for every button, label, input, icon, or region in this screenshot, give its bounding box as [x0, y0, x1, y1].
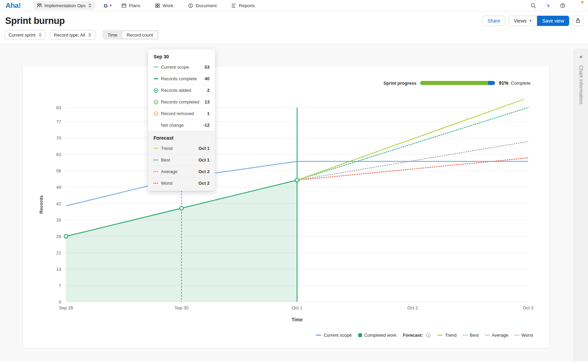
legend-label: Average — [492, 333, 508, 338]
tooltip-row-icon — [153, 100, 161, 104]
tooltip-forecast-section: Forecast TrendOct 1BestOct 1AverageOct 2… — [148, 131, 215, 191]
data-point-marker[interactable] — [64, 235, 68, 238]
legend-label: Worst — [521, 333, 533, 338]
y-tick-label: 70 — [56, 136, 61, 141]
tooltip-row-label: Trend — [161, 146, 198, 151]
series-line-swatch-icon — [153, 67, 158, 68]
ai-sparkles-icon[interactable] — [545, 3, 551, 8]
y-tick-label: 63 — [56, 152, 61, 157]
tooltip-row-icon — [153, 78, 161, 79]
tooltip-row-icon — [153, 111, 161, 116]
chart-information-label: Chart information — [578, 65, 584, 104]
tooltip-forecast-rows: TrendOct 1BestOct 1AverageOct 2WorstOct … — [148, 142, 215, 189]
tooltip-row: Records complete40 — [153, 73, 210, 84]
y-tick-label: 77 — [56, 119, 61, 124]
y-tick-label: 14 — [56, 267, 61, 272]
search-icon[interactable] — [531, 3, 536, 8]
tooltip-row: AverageOct 2 — [153, 166, 210, 177]
chevron-up-down-icon — [38, 32, 42, 37]
data-point-marker[interactable] — [180, 206, 184, 210]
help-icon[interactable] — [560, 3, 565, 8]
aha-logo[interactable]: Aha! — [5, 1, 21, 10]
series-dots-swatch-icon — [515, 335, 516, 336]
tooltip-row-value: Oct 1 — [198, 157, 210, 163]
tooltip-rows: Current scope53Records complete40Records… — [148, 61, 215, 131]
tooltip-row-value: 53 — [205, 65, 210, 70]
data-point-marker[interactable] — [295, 178, 299, 182]
tooltip-row-value: 1 — [207, 111, 210, 116]
series-dots-swatch-icon — [463, 335, 464, 336]
series-line-swatch-icon — [153, 78, 158, 79]
tooltip-row-label: Average — [161, 169, 198, 174]
x-tick-label: Sep 29 — [59, 305, 73, 310]
nav-item-plans[interactable]: Plans — [121, 3, 141, 8]
nav-item-label: Plans — [129, 3, 141, 8]
user-avatar[interactable] — [575, 2, 583, 10]
tooltip-row: Net change-12 — [153, 119, 210, 131]
tooltip-row-icon — [153, 183, 161, 184]
y-tick-label: 35 — [56, 218, 61, 223]
sprint-select-value: Current sprint — [9, 32, 36, 38]
save-view-button[interactable]: Save view — [537, 16, 569, 26]
legend-item-completed-work[interactable]: Completed work — [358, 333, 397, 338]
check-circle-icon — [153, 100, 158, 104]
nav-right — [531, 2, 583, 10]
workspace-switcher[interactable]: Implementation Ops — [33, 1, 96, 10]
views-label: Views — [514, 18, 526, 24]
chevrons-left-icon[interactable]: « — [579, 54, 583, 60]
toggle-option-record-count[interactable]: Record count — [122, 31, 158, 39]
nav-item-label: Document — [196, 3, 217, 8]
page-header: Sprint burnup Share Views▼ Save view — [0, 11, 588, 26]
tooltip-row: TrendOct 1 — [153, 142, 210, 154]
sprint-progress-bar — [420, 81, 495, 85]
export-button[interactable] — [573, 16, 583, 26]
workspace-name: Implementation Ops — [44, 3, 86, 8]
main-content: Sprint progress 91% Complete 07142128354… — [0, 43, 588, 361]
series-dots-swatch-icon — [485, 335, 486, 336]
tooltip-row-value: 2 — [207, 88, 210, 93]
legend-item-average[interactable]: Average — [485, 333, 508, 338]
chart-information-panel[interactable]: « Chart information — [574, 49, 588, 361]
nav-item-document[interactable]: Document — [188, 3, 217, 8]
x-tick-label: Oct 1 — [292, 305, 302, 310]
record-type-select[interactable]: Record type: All — [50, 30, 95, 40]
tooltip-row: Current scope53 — [153, 61, 210, 73]
tooltip-row-icon — [153, 159, 161, 160]
series-line-swatch-icon — [437, 335, 443, 336]
top-nav: Aha! Implementation Ops G ▼ Plans Work D… — [0, 0, 588, 11]
tooltip-row-icon — [153, 148, 161, 149]
legend-item-best[interactable]: Best — [463, 333, 479, 338]
legend-label: Current scope — [324, 333, 352, 338]
product-switcher[interactable]: G ▼ — [104, 3, 112, 9]
legend-item-forecast[interactable]: Forecast: — [403, 333, 431, 338]
legend-label: Best — [470, 333, 479, 338]
series-line-swatch-icon — [316, 335, 321, 336]
legend-item-current-scope[interactable]: Current scope — [316, 333, 352, 338]
x-tick-label: Oct 3 — [523, 305, 533, 310]
tooltip-date: Sep 30 — [148, 50, 215, 61]
legend-item-trend[interactable]: Trend — [437, 333, 456, 338]
sprint-progress-fill — [420, 81, 488, 85]
tooltip-row: WorstOct 2 — [153, 177, 210, 189]
tooltip-row-label: Net change — [161, 123, 203, 128]
chart-tooltip: Sep 30 Current scope53Records complete40… — [148, 50, 215, 191]
product-logo-icon: G — [104, 3, 108, 9]
legend-item-worst[interactable]: Worst — [515, 333, 533, 338]
toggle-option-time[interactable]: Time — [103, 31, 122, 39]
nav-item-work[interactable]: Work — [155, 3, 173, 8]
series-line-swatch-icon — [153, 148, 158, 149]
sprint-select[interactable]: Current sprint — [5, 30, 46, 40]
views-button[interactable]: Views▼ — [509, 16, 537, 26]
tooltip-row-value: Oct 2 — [198, 181, 210, 186]
y-tick-label: 28 — [56, 234, 61, 239]
chevron-up-down-icon — [88, 32, 92, 37]
tooltip-forecast-title: Forecast — [148, 131, 215, 142]
tooltip-row-icon — [153, 88, 161, 93]
share-button[interactable]: Share — [482, 16, 505, 26]
tooltip-row-label: Current scope — [161, 65, 205, 70]
chart-legend: Current scopeCompleted workForecast:Tren… — [316, 333, 533, 338]
nav-item-label: Reports — [239, 3, 255, 8]
series-line-trend — [297, 99, 523, 180]
tooltip-row-value: -12 — [203, 123, 210, 128]
nav-item-reports[interactable]: Reports — [231, 3, 255, 8]
